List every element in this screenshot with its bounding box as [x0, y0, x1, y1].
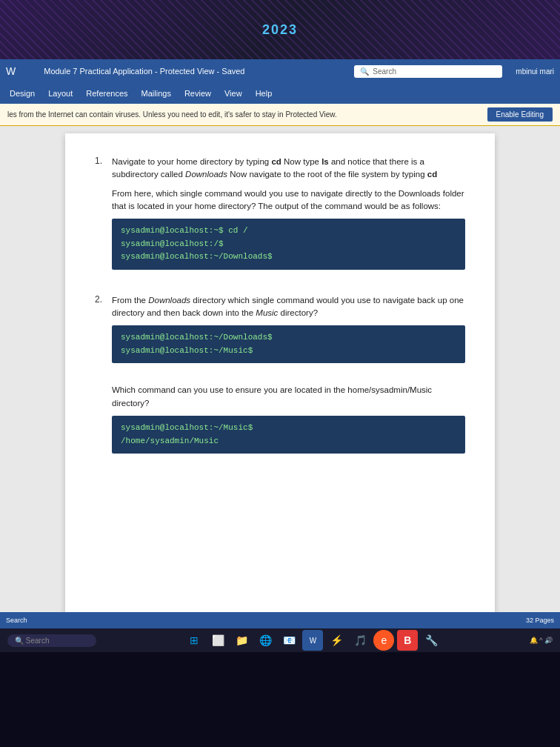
top-decoration: 2023 [0, 0, 560, 59]
q2-terminal: sysadmin@localhost:~/Downloads$ sysadmin… [112, 325, 465, 363]
taskbar-icon-email[interactable]: 📧 [279, 630, 299, 651]
q1-text: Navigate to your home directory by typin… [112, 156, 465, 182]
menu-references[interactable]: References [80, 87, 133, 100]
taskbar-icon-tool[interactable]: 🔧 [421, 630, 441, 651]
q1-line2: sysadmin@localhost:/$ [121, 238, 456, 251]
question-2: 2. From the Downloads directory which si… [95, 294, 465, 459]
taskbar-right: 🔔 ^ 🔊 [530, 637, 553, 644]
word-window: W Module 7 Practical Application - Prote… [0, 59, 560, 628]
taskbar-icon-globe[interactable]: e [373, 630, 394, 651]
taskbar-icon-bolt[interactable]: ⚡ [326, 630, 347, 651]
taskbar-icons: ⊞ ⬜ 📁 🌐 📧 W ⚡ 🎵 e B 🔧 [100, 630, 526, 651]
taskbar-icon-music[interactable]: 🎵 [350, 630, 370, 651]
q2-sub-line1: sysadmin@localhost:~/Music$ [121, 422, 456, 435]
taskbar-icon-windows[interactable]: ⊞ [184, 630, 204, 651]
taskbar-search[interactable]: 🔍 Search [7, 634, 96, 647]
menu-help[interactable]: Help [250, 87, 279, 100]
user-display: mbinui mari [508, 67, 554, 76]
document-area: 1. Navigate to your home directory by ty… [0, 126, 560, 612]
taskbar-icon-b[interactable]: B [397, 630, 418, 651]
taskbar-search-icon: 🔍 [15, 637, 24, 645]
menu-mailings[interactable]: Mailings [136, 87, 177, 100]
q2-text: From the Downloads directory which singl… [112, 294, 465, 320]
taskbar-top: 🔍 Search ⊞ ⬜ 📁 🌐 📧 W ⚡ 🎵 e B 🔧 🔔 ^ 🔊 [0, 628, 560, 652]
status-bar: Search 32 Pages [0, 612, 560, 628]
q2-sub-text: Which command can you use to ensure you … [112, 384, 465, 410]
q2-sub-line2: /home/sysadmin/Music [121, 435, 456, 448]
taskbar-icon-browser[interactable]: 🌐 [255, 630, 276, 651]
search-icon: 🔍 [360, 67, 369, 76]
q2-sub-terminal: sysadmin@localhost:~/Music$ /home/sysadm… [112, 416, 465, 454]
menu-review[interactable]: Review [179, 87, 217, 100]
year-display: 2023 [262, 22, 298, 38]
menu-design[interactable]: Design [4, 87, 41, 100]
protected-banner-text: les from the Internet can contain viruse… [7, 110, 337, 119]
document-title: Module 7 Practical Application - Protect… [21, 67, 348, 76]
question-2-number: 2. From the Downloads directory which si… [95, 294, 465, 459]
taskbar-icon-folder[interactable]: 📁 [231, 630, 252, 651]
protected-banner: les from the Internet can contain viruse… [0, 104, 560, 126]
taskbar-icon-task[interactable]: ⬜ [207, 630, 228, 651]
q1-line3: sysadmin@localhost:~/Downloads$ [121, 250, 456, 264]
taskbar-icon-app1[interactable]: W [302, 630, 323, 651]
menu-layout[interactable]: Layout [42, 87, 79, 100]
question-1: 1. Navigate to your home directory by ty… [95, 156, 465, 276]
taskbar-search-text: Search [26, 637, 50, 645]
q2-line1: sysadmin@localhost:~/Downloads$ [121, 331, 456, 345]
taskbar: 🔍 Search ⊞ ⬜ 📁 🌐 📧 W ⚡ 🎵 e B 🔧 🔔 ^ 🔊 [0, 628, 560, 747]
q2-num: 2. [95, 294, 106, 459]
question-1-number: 1. Navigate to your home directory by ty… [95, 156, 465, 276]
word-icon: W [6, 65, 16, 77]
status-text: Search [6, 617, 27, 624]
q2-line2: sysadmin@localhost:~/Music$ [121, 345, 456, 358]
search-bar[interactable]: 🔍 Search [354, 65, 502, 78]
taskbar-time: 🔔 ^ 🔊 [530, 637, 553, 644]
menu-bar: Design Layout References Mailings Review… [0, 83, 560, 104]
q1-terminal: sysadmin@localhost:~$ cd / sysadmin@loca… [112, 219, 465, 270]
q1-line1: sysadmin@localhost:~$ cd / [121, 225, 456, 238]
enable-editing-button[interactable]: Enable Editing [487, 107, 553, 122]
document-page: 1. Navigate to your home directory by ty… [65, 133, 495, 612]
q1-num: 1. [95, 156, 106, 276]
page-count: 32 Pages [526, 617, 554, 624]
q1-followup: From here, which single command would yo… [112, 187, 465, 213]
search-placeholder: Search [373, 67, 396, 76]
menu-view[interactable]: View [219, 87, 248, 100]
title-bar: W Module 7 Practical Application - Prote… [0, 59, 560, 83]
